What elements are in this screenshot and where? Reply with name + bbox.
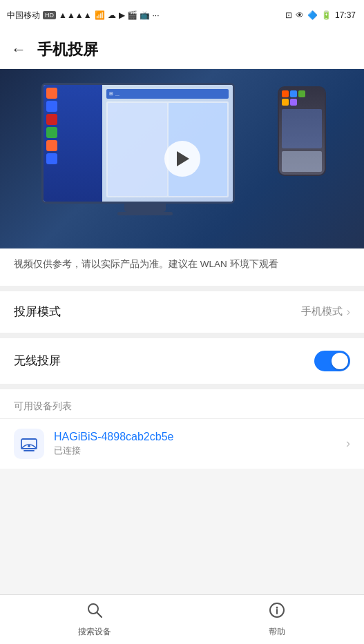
play-icon bbox=[177, 151, 189, 166]
projection-mode-label: 投屏模式 bbox=[14, 304, 61, 320]
wireless-section: 无线投屏 bbox=[0, 338, 364, 384]
toggle-knob bbox=[332, 353, 348, 369]
device-item[interactable]: HAGiBiS-4898cab2cb5e 已连接 › bbox=[0, 418, 364, 469]
search-nav-label: 搜索设备 bbox=[78, 626, 111, 638]
divider-2 bbox=[0, 333, 364, 338]
bluetooth-icon: 🔷 bbox=[307, 10, 318, 20]
nav-search[interactable]: 搜索设备 bbox=[78, 601, 111, 638]
wireless-label: 无线投屏 bbox=[14, 353, 61, 369]
back-button[interactable]: ← bbox=[11, 42, 26, 57]
video-caption: 视频仅供参考，请以实际产品为准。建议在 WLAN 环境下观看 bbox=[0, 248, 364, 275]
device-list-title: 可用设备列表 bbox=[0, 389, 364, 418]
video-section: ⊞ ... bbox=[0, 69, 364, 286]
page-header: ← 手机投屏 bbox=[0, 30, 364, 69]
status-right: ⊡ 👁 🔷 🔋 17:37 bbox=[285, 10, 356, 20]
play-button[interactable] bbox=[164, 141, 200, 177]
cast-icon: ⊡ bbox=[285, 10, 292, 20]
divider-1 bbox=[0, 286, 364, 291]
hd-badge: HD bbox=[43, 11, 56, 19]
device-list-section: 可用设备列表 HAGiBiS-4898cab2cb5e 已连接 › bbox=[0, 389, 364, 469]
projection-mode-chevron: › bbox=[347, 306, 350, 318]
notification-icons: ▶ 🎬 📺 ··· bbox=[119, 10, 160, 20]
sim-icon: 📶 bbox=[95, 10, 105, 20]
svg-point-1 bbox=[28, 445, 30, 447]
projection-mode-value-wrap: 手机模式 › bbox=[301, 305, 350, 318]
device-chevron: › bbox=[346, 436, 350, 451]
help-nav-label: 帮助 bbox=[269, 626, 285, 638]
tv-mockup: ⊞ ... bbox=[41, 83, 249, 221]
wireless-row: 无线投屏 bbox=[0, 338, 364, 384]
status-left: 中国移动 HD ▲▲▲▲ 📶 ☁ ▶ 🎬 📺 ··· bbox=[7, 10, 160, 21]
device-status: 已连接 bbox=[54, 445, 346, 457]
wireless-toggle-container[interactable] bbox=[314, 351, 350, 371]
cast-device-icon bbox=[20, 436, 38, 451]
projection-mode-section: 投屏模式 手机模式 › bbox=[0, 291, 364, 333]
device-icon-wrap bbox=[14, 429, 44, 459]
tv-screen: ⊞ ... bbox=[41, 83, 235, 204]
eye-icon: 👁 bbox=[296, 10, 304, 20]
projection-mode-value: 手机模式 bbox=[301, 305, 343, 318]
bottom-nav: 搜索设备 帮助 bbox=[0, 594, 364, 644]
search-nav-icon bbox=[86, 601, 104, 623]
svg-line-4 bbox=[97, 613, 102, 618]
status-bar: 中国移动 HD ▲▲▲▲ 📶 ☁ ▶ 🎬 📺 ··· ⊡ 👁 🔷 🔋 17:37 bbox=[0, 0, 364, 30]
projection-mode-row[interactable]: 投屏模式 手机模式 › bbox=[0, 291, 364, 333]
video-container: ⊞ ... bbox=[0, 69, 364, 248]
phone-mockup bbox=[278, 86, 326, 176]
battery-icon: 🔋 bbox=[321, 10, 332, 20]
time-display: 17:37 bbox=[335, 10, 356, 20]
device-info: HAGiBiS-4898cab2cb5e 已连接 bbox=[54, 431, 346, 457]
divider-3 bbox=[0, 384, 364, 389]
cloud-icon: ☁ bbox=[108, 10, 116, 20]
nav-help[interactable]: 帮助 bbox=[268, 601, 286, 638]
wireless-toggle[interactable] bbox=[314, 351, 350, 371]
page-title: 手机投屏 bbox=[37, 39, 98, 60]
carrier-text: 中国移动 bbox=[7, 10, 40, 21]
signal-icon: ▲▲▲▲ bbox=[59, 10, 92, 20]
device-name: HAGiBiS-4898cab2cb5e bbox=[54, 431, 346, 443]
help-nav-icon bbox=[268, 601, 286, 623]
